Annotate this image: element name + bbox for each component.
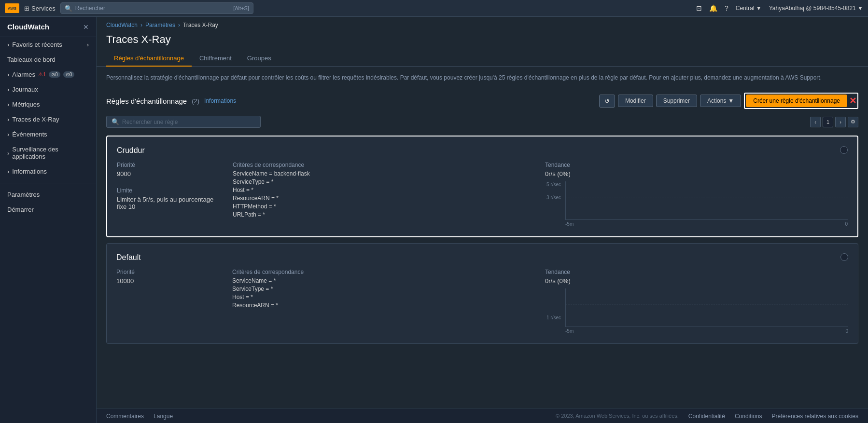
refresh-button[interactable]: ↺ bbox=[599, 95, 615, 108]
sidebar-item-demarrer[interactable]: Démarrer bbox=[0, 202, 96, 217]
sidebar-item-evenements[interactable]: › Événements bbox=[0, 127, 96, 142]
actions-chevron-icon: ▼ bbox=[728, 97, 734, 104]
search-icon: 🔍 bbox=[112, 118, 119, 125]
trend-section-cruddur: Tendance 0r/s (0%) 5 r/sec 3 r/sec -5m bbox=[545, 162, 848, 227]
chevron-right-icon: › bbox=[7, 101, 9, 108]
rule-name-cruddur: Cruddur bbox=[117, 146, 848, 155]
pagination: ‹ 1 › ⚙ bbox=[810, 117, 858, 127]
rule-name-default: Default bbox=[116, 253, 848, 262]
rule-body-cruddur: Priorité 9000 Limite Limiter à 5r/s, pui… bbox=[117, 162, 848, 227]
trend-x-start: -5m bbox=[565, 221, 574, 227]
tab-groupes[interactable]: Groupes bbox=[239, 51, 279, 67]
close-icon[interactable]: ✕ bbox=[849, 96, 856, 106]
rule-card-cruddur[interactable]: Cruddur Priorité 9000 Limite Limiter à 5… bbox=[106, 136, 858, 237]
footer-right: © 2023, Amazon Web Services, Inc. ou ses… bbox=[556, 413, 858, 420]
rules-section-title: Règles d'échantillonnage bbox=[106, 97, 187, 105]
rules-info-link[interactable]: Informations bbox=[204, 97, 236, 104]
create-rule-button[interactable]: Créer une règle d'échantillonnage bbox=[746, 95, 847, 107]
tab-regles-echantillonnage[interactable]: Règles d'échantillonnage bbox=[106, 51, 192, 67]
search-pagination-row: 🔍 ‹ 1 › ⚙ bbox=[97, 113, 868, 131]
services-menu[interactable]: ⊞ Services bbox=[24, 5, 56, 12]
trend-y-1: 1 r/sec bbox=[546, 315, 561, 320]
priority-label: Priorité bbox=[117, 162, 223, 168]
trend-line-1rps bbox=[566, 304, 848, 304]
chevron-right-icon: › bbox=[7, 86, 9, 93]
criteria-label-cruddur: Critères de correspondance bbox=[233, 162, 535, 168]
breadcrumb-parametres[interactable]: Paramètres bbox=[145, 22, 175, 28]
criteria-section-default: Critères de correspondance ServiceName =… bbox=[232, 269, 535, 334]
breadcrumb-current: Traces X-Ray bbox=[183, 22, 218, 28]
sidebar-item-traces-xray[interactable]: › Traces de X-Ray bbox=[0, 112, 96, 127]
chevron-right-icon: › bbox=[7, 116, 9, 123]
trend-value-cruddur: 0r/s (0%) bbox=[545, 170, 848, 177]
trend-x-end: 0 bbox=[845, 221, 848, 227]
next-page-button[interactable]: › bbox=[835, 117, 846, 127]
tab-chiffrement[interactable]: Chiffrement bbox=[192, 51, 239, 67]
footer-confidentialite[interactable]: Confidentialité bbox=[688, 413, 725, 420]
cloud-shell-icon[interactable]: ⊡ bbox=[696, 4, 702, 12]
breadcrumb-cloudwatch[interactable]: CloudWatch bbox=[106, 22, 138, 28]
grid-icon: ⊞ bbox=[24, 5, 29, 12]
rule-radio-default[interactable] bbox=[840, 253, 848, 261]
rules-list: Cruddur Priorité 9000 Limite Limiter à 5… bbox=[97, 131, 868, 409]
sidebar-item-journaux[interactable]: › Journaux bbox=[0, 82, 96, 97]
sidebar-item-informations[interactable]: › Informations bbox=[0, 164, 96, 179]
sidebar-item-tableaux[interactable]: Tableaux de bord bbox=[0, 52, 96, 67]
modifier-button[interactable]: Modifier bbox=[618, 95, 653, 107]
limit-section-cruddur: Limite Limiter à 5r/s, puis au pourcenta… bbox=[117, 187, 223, 210]
rule-search-bar[interactable]: 🔍 bbox=[106, 116, 261, 128]
limit-label-cruddur: Limite bbox=[117, 187, 223, 194]
trend-label-cruddur: Tendance bbox=[545, 162, 848, 168]
rules-section-header: Règles d'échantillonnage (2) Information… bbox=[97, 89, 868, 113]
criteria-label-default: Critères de correspondance bbox=[232, 269, 535, 275]
global-search-input[interactable] bbox=[75, 5, 230, 12]
page-settings-button[interactable]: ⚙ bbox=[848, 117, 858, 127]
criteria-item: ServiceType = * bbox=[233, 178, 535, 185]
sidebar-item-metriques[interactable]: › Métriques bbox=[0, 97, 96, 112]
actions-label: Actions bbox=[707, 97, 726, 104]
trend-y-3: 3 r/sec bbox=[546, 195, 561, 200]
criteria-item: Host = * bbox=[232, 294, 535, 300]
rule-search-input[interactable] bbox=[122, 119, 255, 125]
trend-y-5: 5 r/sec bbox=[546, 182, 561, 187]
main-container: CloudWatch ✕ › Favoris et récents Tablea… bbox=[0, 17, 868, 423]
priority-value-default: 10000 bbox=[116, 277, 223, 285]
rule-body-default: Priorité 10000 Critères de correspondanc… bbox=[116, 269, 848, 334]
priority-section-default: Priorité 10000 bbox=[116, 269, 223, 334]
actions-button[interactable]: Actions ▼ bbox=[700, 95, 741, 107]
sidebar-item-parametres[interactable]: Paramètres bbox=[0, 187, 96, 202]
sidebar-item-favoris[interactable]: › Favoris et récents bbox=[0, 37, 96, 52]
sidebar-close-button[interactable]: ✕ bbox=[83, 23, 89, 31]
chevron-right-icon: › bbox=[7, 131, 9, 138]
trend-line-3rps bbox=[566, 197, 848, 197]
alarm-badge: ⊙0 bbox=[63, 71, 75, 78]
current-page: 1 bbox=[823, 117, 833, 127]
chevron-right-icon: › bbox=[7, 41, 9, 48]
trend-x-start: -5m bbox=[565, 328, 574, 334]
supprimer-button[interactable]: Supprimer bbox=[656, 95, 697, 107]
user-menu[interactable]: YahyaAbulhaj @ 5984-8545-0821 ▼ bbox=[769, 5, 863, 12]
rule-card-default[interactable]: Default Priorité 10000 Critères de corre… bbox=[106, 243, 858, 344]
aws-logo[interactable]: AWS bbox=[5, 3, 19, 13]
criteria-list-default: ServiceName = * ServiceType = * Host = *… bbox=[232, 277, 535, 309]
sidebar-item-alarmes[interactable]: › Alarmes ⚠1 ⊘0 ⊙0 bbox=[0, 67, 96, 82]
global-search-bar[interactable]: 🔍 [Alt+S] bbox=[60, 2, 253, 14]
breadcrumb-sep-1: › bbox=[140, 22, 142, 28]
rule-radio-cruddur[interactable] bbox=[840, 146, 848, 154]
rules-actions: ↺ Modifier Supprimer Actions ▼ Créer une… bbox=[599, 93, 858, 109]
sidebar-item-surveillance[interactable]: › Surveillance des applications bbox=[0, 142, 96, 164]
notifications-icon[interactable]: 🔔 bbox=[709, 4, 717, 12]
trend-x-end: 0 bbox=[845, 328, 848, 334]
footer-preferences[interactable]: Préférences relatives aux cookies bbox=[772, 413, 858, 420]
region-selector[interactable]: Central ▼ bbox=[736, 5, 762, 12]
prev-page-button[interactable]: ‹ bbox=[810, 117, 821, 127]
footer-commentaires[interactable]: Commentaires bbox=[106, 413, 144, 420]
trend-chart-default: 1 r/sec -5m 0 bbox=[545, 288, 848, 334]
page-title: Traces X-Ray bbox=[106, 33, 858, 46]
chevron-right-icon: › bbox=[7, 150, 9, 157]
footer-conditions[interactable]: Conditions bbox=[735, 413, 762, 420]
help-icon[interactable]: ? bbox=[725, 4, 728, 12]
criteria-item: ServiceName = * bbox=[232, 277, 535, 284]
search-shortcut: [Alt+S] bbox=[233, 5, 249, 11]
footer-langue[interactable]: Langue bbox=[154, 413, 173, 420]
